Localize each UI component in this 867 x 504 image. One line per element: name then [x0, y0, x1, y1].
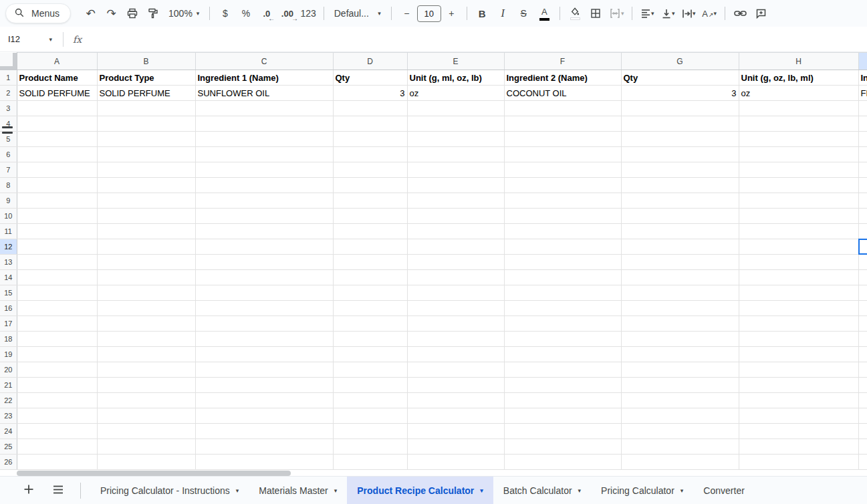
- cell-E7[interactable]: [407, 162, 504, 178]
- cell-A14[interactable]: [17, 270, 97, 285]
- cell-F9[interactable]: [504, 193, 621, 209]
- cell-I16[interactable]: [858, 301, 867, 316]
- cell-I25[interactable]: [858, 439, 867, 455]
- cell-F24[interactable]: [504, 424, 621, 439]
- cell-B20[interactable]: [97, 362, 195, 378]
- cell-A2[interactable]: SOLID PERFUME: [17, 86, 97, 101]
- font-size-decrease-button[interactable]: −: [396, 4, 417, 23]
- cell-G12[interactable]: [621, 239, 739, 255]
- borders-button[interactable]: [586, 4, 606, 23]
- row-header-12[interactable]: 12: [0, 239, 17, 255]
- cell-F22[interactable]: [504, 393, 621, 408]
- cell-A17[interactable]: [17, 316, 97, 332]
- cell-B6[interactable]: [97, 147, 195, 162]
- cell-B12[interactable]: [97, 239, 195, 255]
- cell-F21[interactable]: [504, 378, 621, 393]
- cell-B7[interactable]: [97, 162, 195, 178]
- cell-D23[interactable]: [333, 408, 407, 424]
- cell-I4[interactable]: [858, 116, 867, 132]
- cell-H9[interactable]: [739, 193, 858, 209]
- row-header-25[interactable]: 25: [0, 439, 17, 455]
- cell-C1[interactable]: Ingredient 1 (Name): [195, 70, 333, 86]
- cell-C3[interactable]: [195, 101, 333, 116]
- cell-A22[interactable]: [17, 393, 97, 408]
- cell-B4[interactable]: [97, 116, 195, 132]
- cell-H26[interactable]: [739, 455, 858, 470]
- cell-B26[interactable]: [97, 455, 195, 470]
- undo-button[interactable]: ↶: [80, 4, 101, 23]
- cell-E15[interactable]: [407, 285, 504, 301]
- column-header-D[interactable]: D: [333, 53, 407, 70]
- cell-I18[interactable]: [858, 332, 867, 347]
- cell-B18[interactable]: [97, 332, 195, 347]
- font-size-input[interactable]: 10: [417, 5, 441, 22]
- cell-G6[interactable]: [621, 147, 739, 162]
- cell-A7[interactable]: [17, 162, 97, 178]
- cell-E12[interactable]: [407, 239, 504, 255]
- cell-B13[interactable]: [97, 255, 195, 270]
- cell-C11[interactable]: [195, 224, 333, 239]
- cell-C24[interactable]: [195, 424, 333, 439]
- cell-B11[interactable]: [97, 224, 195, 239]
- cell-D13[interactable]: [333, 255, 407, 270]
- cell-F19[interactable]: [504, 347, 621, 362]
- cell-F15[interactable]: [504, 285, 621, 301]
- cell-G5[interactable]: [621, 132, 739, 147]
- redo-button[interactable]: ↷: [101, 4, 122, 23]
- cell-I26[interactable]: [858, 455, 867, 470]
- cell-D16[interactable]: [333, 301, 407, 316]
- cell-G26[interactable]: [621, 455, 739, 470]
- cell-E14[interactable]: [407, 270, 504, 285]
- cell-G4[interactable]: [621, 116, 739, 132]
- cell-F11[interactable]: [504, 224, 621, 239]
- cell-F5[interactable]: [504, 132, 621, 147]
- select-all-corner[interactable]: [0, 53, 17, 70]
- row-header-9[interactable]: 9: [0, 193, 17, 209]
- cell-A9[interactable]: [17, 193, 97, 209]
- cell-H1[interactable]: Unit (g, oz, lb, ml): [739, 70, 858, 86]
- cell-I15[interactable]: [858, 285, 867, 301]
- cell-C6[interactable]: [195, 147, 333, 162]
- cell-B9[interactable]: [97, 193, 195, 209]
- cell-H17[interactable]: [739, 316, 858, 332]
- row-header-23[interactable]: 23: [0, 408, 17, 424]
- cell-C2[interactable]: SUNFLOWER OIL: [195, 86, 333, 101]
- cell-I22[interactable]: [858, 393, 867, 408]
- cell-G17[interactable]: [621, 316, 739, 332]
- cell-A26[interactable]: [17, 455, 97, 470]
- cell-D26[interactable]: [333, 455, 407, 470]
- row-header-17[interactable]: 17: [0, 316, 17, 332]
- cell-F10[interactable]: [504, 209, 621, 224]
- cell-E18[interactable]: [407, 332, 504, 347]
- cell-C13[interactable]: [195, 255, 333, 270]
- cell-D14[interactable]: [333, 270, 407, 285]
- cell-I20[interactable]: [858, 362, 867, 378]
- cell-I17[interactable]: [858, 316, 867, 332]
- cell-A16[interactable]: [17, 301, 97, 316]
- cell-B17[interactable]: [97, 316, 195, 332]
- text-wrap-button[interactable]: ▾: [678, 4, 699, 23]
- bold-button[interactable]: B: [472, 4, 493, 23]
- cell-G1[interactable]: Qty: [621, 70, 739, 86]
- cell-I6[interactable]: [858, 147, 867, 162]
- cell-B2[interactable]: SOLID PERFUME: [97, 86, 195, 101]
- cell-D24[interactable]: [333, 424, 407, 439]
- cell-D19[interactable]: [333, 347, 407, 362]
- cell-I14[interactable]: [858, 270, 867, 285]
- cell-C22[interactable]: [195, 393, 333, 408]
- row-header-6[interactable]: 6: [0, 147, 17, 162]
- cell-C12[interactable]: [195, 239, 333, 255]
- cell-A25[interactable]: [17, 439, 97, 455]
- sheet-tab-materials-master[interactable]: Materials Master▾: [249, 477, 347, 504]
- cell-G7[interactable]: [621, 162, 739, 178]
- text-rotation-button[interactable]: A↗ ▾: [699, 4, 720, 23]
- cell-F14[interactable]: [504, 270, 621, 285]
- cell-C25[interactable]: [195, 439, 333, 455]
- cell-B19[interactable]: [97, 347, 195, 362]
- cell-C16[interactable]: [195, 301, 333, 316]
- cell-H4[interactable]: [739, 116, 858, 132]
- cell-H5[interactable]: [739, 132, 858, 147]
- cell-A3[interactable]: [17, 101, 97, 116]
- row-header-22[interactable]: 22: [0, 393, 17, 408]
- cell-B8[interactable]: [97, 178, 195, 193]
